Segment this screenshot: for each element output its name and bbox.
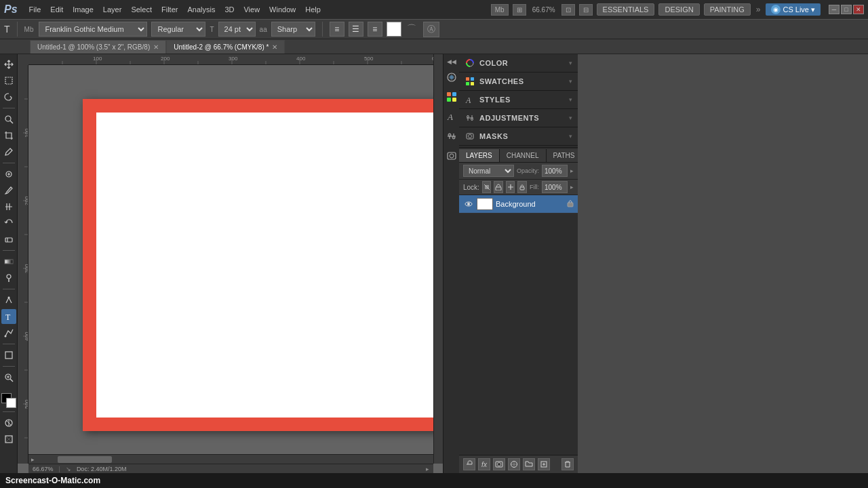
document-canvas[interactable]	[83, 99, 443, 431]
layer-group-btn[interactable]	[523, 458, 535, 470]
masks-panel-header[interactable]: MASKS ▾	[459, 127, 578, 146]
character-panel-btn[interactable]: Ⓐ	[423, 22, 439, 37]
layer-item-background[interactable]: Background	[459, 195, 578, 214]
workspace-design-btn[interactable]: DESIGN	[658, 3, 699, 16]
layer-visibility-btn[interactable]	[463, 199, 474, 209]
workspace-painting-btn[interactable]: PAINTING	[704, 3, 751, 16]
lasso-tool[interactable]	[1, 89, 16, 104]
font-family-select[interactable]: Franklin Gothic Medium	[39, 22, 147, 37]
align-left-btn[interactable]: ≡	[330, 22, 344, 37]
lock-all-btn[interactable]	[517, 181, 527, 193]
anti-alias-select[interactable]: Sharp	[271, 22, 315, 37]
layer-link-btn[interactable]	[463, 458, 475, 470]
clone-stamp-tool[interactable]	[1, 199, 16, 214]
scroll-thumb-h[interactable]	[58, 456, 112, 463]
brush-tool[interactable]	[1, 183, 16, 198]
warp-text-btn[interactable]: ⌒	[407, 23, 416, 35]
menu-image[interactable]: Image	[68, 4, 98, 15]
pen-tool[interactable]	[1, 293, 16, 308]
zoom-level[interactable]: 66.67%	[530, 5, 557, 15]
maximize-btn[interactable]: □	[841, 5, 852, 14]
align-right-btn[interactable]: ≡	[368, 22, 382, 37]
panel-icon-adjustments[interactable]	[446, 131, 457, 144]
quick-select-tool[interactable]	[1, 112, 16, 127]
collapse-panels-btn[interactable]: ◀◀	[447, 58, 456, 65]
scroll-right-btn[interactable]: ▸	[426, 466, 429, 472]
document-inner[interactable]	[96, 113, 443, 418]
arrange-icon[interactable]: ⊞	[513, 4, 526, 16]
menu-help[interactable]: Help	[300, 4, 326, 15]
panel-icon-swatches[interactable]	[446, 92, 457, 104]
layer-adj-btn[interactable]	[508, 458, 520, 470]
adjustments-panel-header[interactable]: ADJUSTMENTS ▾	[459, 109, 578, 127]
doc-tab-1[interactable]: Untitled-1 @ 100% (3.5" x 2", RGB/8) ✕	[30, 40, 166, 54]
layer-new-btn[interactable]	[538, 458, 550, 470]
align-center-btn[interactable]: ☰	[349, 22, 363, 37]
healing-brush-tool[interactable]	[1, 167, 16, 182]
text-color-swatch[interactable]	[387, 22, 401, 37]
lock-image-btn[interactable]	[494, 181, 503, 193]
menu-analysis[interactable]: Analysis	[182, 4, 220, 15]
move-tool[interactable]	[1, 57, 16, 72]
fg-bg-colors[interactable]	[1, 393, 16, 408]
styles-panel-collapse[interactable]: ▾	[569, 96, 572, 103]
masks-panel-collapse[interactable]: ▾	[569, 133, 572, 140]
blend-mode-select[interactable]: Normal	[463, 165, 514, 177]
color-panel-header[interactable]: COLOR ▾	[459, 54, 578, 73]
menu-edit[interactable]: Edit	[45, 4, 68, 15]
zoom-indicator[interactable]: ↘	[66, 466, 71, 472]
close-btn[interactable]: ✕	[853, 5, 864, 14]
lock-transparent-btn[interactable]	[482, 181, 492, 193]
type-tool[interactable]: T	[1, 309, 16, 324]
minimize-btn[interactable]: ─	[829, 5, 840, 14]
fill-input[interactable]	[542, 181, 568, 193]
dodge-tool[interactable]	[1, 270, 16, 285]
opacity-arrow[interactable]: ▸	[570, 167, 574, 174]
toolbar-options-icon[interactable]: Mb	[491, 4, 509, 16]
canvas-area[interactable]: 100 200 300 400 500 600 700 800 900	[18, 54, 443, 473]
canvas-inner[interactable]	[28, 65, 433, 454]
menu-select[interactable]: Select	[126, 4, 157, 15]
fill-arrow[interactable]: ▸	[570, 184, 574, 190]
layer-delete-btn[interactable]	[561, 458, 574, 470]
panel-icon-masks[interactable]	[446, 150, 457, 163]
font-style-select[interactable]: Regular	[151, 22, 205, 37]
menu-filter[interactable]: Filter	[157, 4, 182, 15]
zoom-tool[interactable]	[1, 370, 16, 385]
rectangle-select-tool[interactable]	[1, 73, 16, 88]
quick-mask-btn[interactable]	[1, 415, 16, 430]
history-brush-tool[interactable]	[1, 216, 16, 230]
layers-tab-channel[interactable]: CHANNEL	[500, 149, 547, 162]
eraser-tool[interactable]	[1, 232, 16, 247]
adjustments-panel-collapse[interactable]: ▾	[569, 115, 572, 121]
crop-tool[interactable]	[1, 128, 16, 143]
workspace-essentials-btn[interactable]: ESSENTIALS	[597, 3, 655, 16]
doc-tab-1-close[interactable]: ✕	[153, 43, 159, 51]
screen-mode-btn[interactable]	[1, 432, 16, 447]
layer-fx-btn[interactable]: fx	[478, 458, 490, 470]
opacity-input[interactable]	[542, 165, 568, 177]
font-size-select[interactable]: 24 pt	[218, 22, 256, 37]
menu-window[interactable]: Window	[264, 4, 300, 15]
menu-3d[interactable]: 3D	[220, 4, 239, 15]
panel-icon-color[interactable]	[446, 72, 457, 85]
panel-icon-styles[interactable]: A	[446, 111, 457, 124]
cs-live-btn[interactable]: ◉ CS Live ▾	[766, 3, 821, 16]
color-panel-collapse[interactable]: ▾	[569, 60, 572, 66]
canvas-scrollbar-v[interactable]	[433, 54, 443, 464]
layers-tab-paths[interactable]: PATHS	[547, 149, 578, 162]
canvas-scrollbar-h[interactable]: ▸	[28, 454, 443, 464]
swatches-panel-collapse[interactable]: ▾	[569, 78, 572, 85]
more-workspaces-btn[interactable]: »	[755, 3, 762, 16]
lock-position-btn[interactable]	[506, 181, 515, 193]
eyedropper-tool[interactable]	[1, 144, 16, 159]
path-select-tool[interactable]	[1, 325, 16, 340]
doc-tab-2[interactable]: Untitled-2 @ 66.7% (CMYK/8) * ✕	[166, 40, 285, 54]
shape-tool[interactable]	[1, 348, 16, 363]
layers-tab-layers[interactable]: LAYERS	[459, 149, 500, 162]
gradient-tool[interactable]	[1, 254, 16, 269]
background-color[interactable]	[6, 398, 16, 408]
arrange-docs-icon[interactable]: ⊟	[579, 4, 593, 16]
scroll-arrow-icon[interactable]: ▸	[28, 456, 37, 463]
screen-mode-icon[interactable]: ⊡	[561, 4, 575, 16]
